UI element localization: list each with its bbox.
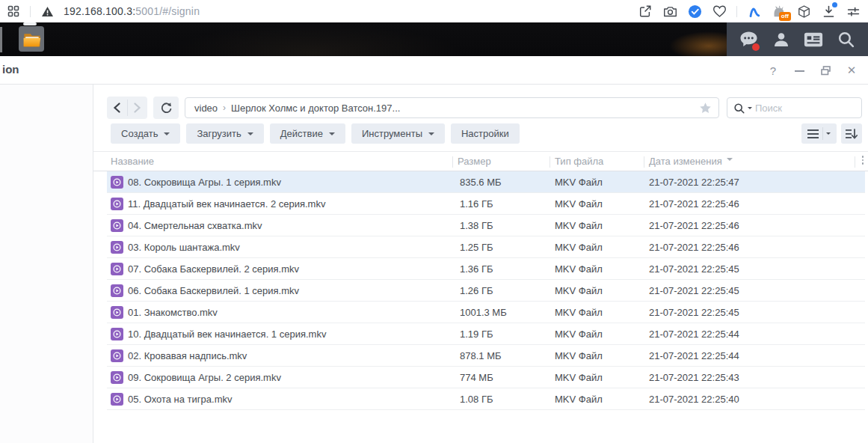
file-station-window: ion ? ✕ (0, 56, 868, 443)
video-file-icon (111, 371, 123, 384)
video-file-icon (111, 176, 123, 189)
dsm-search-icon[interactable] (836, 29, 857, 50)
back-button[interactable] (107, 97, 127, 119)
caret-down-icon (247, 132, 253, 138)
file-row[interactable]: 10. Двадцатый век начинается. 1 серия.mk… (107, 323, 865, 345)
active-app-indicator (23, 22, 37, 25)
divider (822, 127, 823, 140)
window-title: ion (2, 63, 19, 76)
close-button[interactable]: ✕ (846, 64, 858, 76)
browser-toolbar: 192.168.100.3:5001/#/signin (0, 0, 868, 22)
divider (452, 156, 453, 168)
sort-button[interactable] (841, 123, 862, 144)
column-header-name[interactable]: Название (111, 152, 154, 171)
file-size: 1.16 ГБ (460, 193, 493, 215)
history-nav-group (107, 97, 147, 119)
search-scope-caret-icon[interactable] (748, 107, 752, 111)
breadcrumb-root[interactable]: video (194, 103, 218, 114)
file-row[interactable]: 04. Смертельная схватка.mkv 1.38 ГБ MKV … (107, 215, 865, 236)
caret-down-icon (428, 132, 434, 138)
favorites-heart-icon[interactable] (712, 4, 727, 19)
folder-icon (22, 29, 42, 49)
column-header-date[interactable]: Дата изменения (649, 152, 733, 171)
file-name: 05. Охота на тигра.mkv (128, 388, 232, 410)
file-size: 835.6 МБ (460, 171, 502, 193)
search-box[interactable] (727, 97, 862, 118)
refresh-button[interactable] (153, 97, 179, 119)
notifications-chat-icon[interactable] (738, 29, 759, 50)
file-date: 21-07-2021 22:25:47 (649, 171, 739, 193)
toolbar-button-create[interactable]: Создать (111, 123, 180, 144)
file-type: MKV Файл (555, 280, 603, 302)
forward-button[interactable] (128, 97, 148, 119)
file-type: MKV Файл (555, 302, 603, 323)
restore-button[interactable] (819, 64, 831, 76)
file-row[interactable]: 06. Собака Баскервилей. 1 серия.mkv 1.26… (107, 280, 865, 302)
video-file-icon (111, 328, 123, 340)
screenshot-camera-icon[interactable] (662, 4, 677, 19)
extensions-cube-icon[interactable] (796, 4, 811, 19)
column-header-size[interactable]: Размер (458, 152, 491, 171)
divider (550, 156, 550, 168)
toolbar-button-settings[interactable]: Настройки (451, 123, 520, 144)
divider (644, 156, 644, 168)
file-date: 21-07-2021 22:25:44 (649, 323, 739, 345)
file-row[interactable]: 11. Двадцатый век начинается. 2 серия.mk… (107, 193, 865, 215)
view-mode-caret-icon (826, 132, 831, 137)
search-input[interactable] (755, 103, 837, 114)
toolbar-button-tools[interactable]: Инструменты (351, 123, 445, 144)
file-station-taskbar-button[interactable] (19, 26, 44, 52)
file-size: 878.1 МБ (460, 345, 502, 367)
off-badge: off (779, 12, 791, 21)
caret-down-icon (164, 132, 170, 138)
extension-off-icon[interactable]: off (772, 4, 787, 19)
file-row[interactable]: 07. Собака Баскервилей. 2 серия.mkv 1.36… (107, 258, 865, 280)
minimize-button[interactable] (793, 64, 805, 76)
file-date: 21-07-2021 22:25:43 (649, 367, 739, 388)
toolbar-button-label: Создать (121, 128, 158, 139)
protect-shield-icon[interactable] (687, 4, 702, 19)
file-size: 1.19 ГБ (460, 323, 493, 345)
address-bar[interactable]: 192.168.100.3:5001/#/signin (64, 5, 200, 17)
view-mode-button[interactable] (801, 123, 837, 144)
alice-assistant-icon[interactable] (747, 4, 762, 19)
action-toolbar: СоздатьЗагрузитьДействиеИнструментыНастр… (111, 123, 520, 144)
dsm-taskbar (0, 22, 868, 56)
toolbar-button-upload[interactable]: Загрузить (186, 123, 263, 144)
file-name: 08. Сокровища Агры. 1 серия.mkv (128, 171, 281, 193)
breadcrumb[interactable]: video › Шерлок Холмс и доктор Ватсон.197… (185, 97, 719, 118)
file-type: MKV Файл (555, 258, 603, 280)
file-size: 1.38 ГБ (460, 215, 493, 236)
downloads-icon[interactable] (821, 4, 836, 19)
file-size: 1.25 ГБ (460, 236, 493, 258)
file-row[interactable]: 01. Знакомство.mkv 1001.3 МБ MKV Файл 21… (107, 302, 865, 323)
tab-groups-icon[interactable] (6, 4, 21, 19)
download-notification-dot (832, 2, 837, 7)
file-type: MKV Файл (555, 171, 603, 193)
window-titlebar[interactable]: ion ? ✕ (0, 56, 868, 85)
url-host: 192.168.100.3: (64, 5, 135, 17)
share-edit-icon[interactable] (638, 4, 653, 19)
not-secure-warning-icon[interactable] (40, 4, 55, 19)
widgets-panel-icon[interactable] (803, 29, 824, 50)
bookmark-star-icon[interactable] (699, 102, 712, 117)
file-row[interactable]: 05. Охота на тигра.mkv 1.08 ГБ MKV Файл … (107, 388, 865, 410)
user-account-icon[interactable] (771, 29, 792, 50)
video-file-icon (111, 349, 123, 362)
file-row[interactable]: 03. Король шантажа.mkv 1.25 ГБ MKV Файл … (107, 236, 865, 258)
file-list: 08. Сокровища Агры. 1 серия.mkv 835.6 МБ… (107, 171, 865, 410)
column-options-icon[interactable] (862, 156, 864, 165)
toolbar-button-action[interactable]: Действие (270, 123, 345, 144)
folder-tree-panel[interactable] (0, 85, 93, 443)
file-table-header: Название Размер Тип файла Дата изменения (93, 151, 868, 171)
file-row[interactable]: 02. Кровавая надпись.mkv 878.1 МБ MKV Фа… (107, 345, 865, 367)
help-button[interactable]: ? (767, 64, 779, 76)
file-row[interactable]: 08. Сокровища Агры. 1 серия.mkv 835.6 МБ… (107, 171, 865, 193)
file-row[interactable]: 09. Сокровища Агры. 2 серия.mkv 774 МБ M… (107, 367, 865, 388)
column-header-type[interactable]: Тип файла (555, 152, 603, 171)
file-size: 1.36 ГБ (460, 258, 493, 280)
browser-settings-sliders-icon[interactable] (846, 4, 861, 19)
file-date: 21-07-2021 22:25:45 (649, 302, 739, 323)
url-path: 5001/#/signin (135, 5, 200, 17)
breadcrumb-current[interactable]: Шерлок Холмс и доктор Ватсон.197... (231, 103, 400, 114)
